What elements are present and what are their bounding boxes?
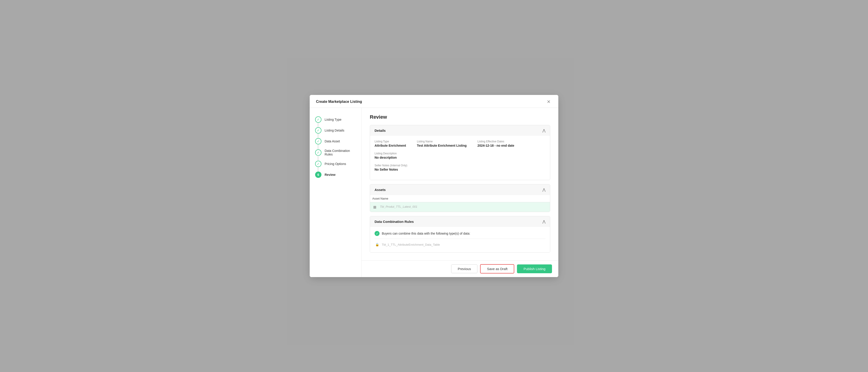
- data-combination-rules-title: Data Combination Rules: [375, 220, 414, 223]
- step-label-pricing-options: Pricing Options: [324, 162, 346, 166]
- listing-description-value: No description: [375, 156, 397, 159]
- step-icon-pricing-options: ✓: [315, 161, 321, 167]
- modal-body: ✓ Listing Type ✓ Listing Details ✓: [310, 108, 558, 277]
- lock-rule-row: 🔒 Tbl_1_TTL_AttributeEnrichment_Data_Tab…: [375, 241, 546, 248]
- chevron-up-icon-assets: ⋀: [542, 188, 546, 192]
- page-title: Review: [370, 114, 550, 120]
- combination-rule-row: ✓ Buyers can combine this data with the …: [375, 231, 546, 236]
- assets-section-body: Asset Name ▦ Tbl_Produt_TTL_Latest_001: [370, 195, 550, 212]
- details-section: Details ⋀ Listing Type Attribute Enrichm…: [370, 125, 550, 180]
- lock-icon: 🔒: [375, 242, 379, 247]
- seller-notes-value: No Seller Notes: [375, 168, 407, 171]
- step-label-data-combination-rules: Data Combination Rules: [324, 149, 356, 156]
- step-label-listing-details: Listing Details: [324, 129, 344, 132]
- sidebar-item-review[interactable]: 6 Review: [310, 169, 362, 180]
- step-label-listing-type: Listing Type: [324, 118, 341, 121]
- publish-listing-button[interactable]: Publish Listing: [517, 265, 552, 273]
- detail-row-2: Listing Description No description: [375, 152, 546, 159]
- step-label-data-asset: Data Asset: [324, 140, 340, 143]
- asset-name-cell: ▦ Tbl_Produt_TTL_Latest_001: [370, 202, 550, 212]
- listing-dates-value: 2024-12-18 - no end date: [477, 144, 514, 147]
- details-section-header[interactable]: Details ⋀: [370, 125, 550, 136]
- save-as-draft-button[interactable]: Save as Draft: [480, 264, 514, 274]
- table-icon: ▦: [372, 205, 377, 210]
- detail-row-3: Seller Notes (Internal Only) No Seller N…: [375, 164, 546, 171]
- sidebar-item-data-combination-rules[interactable]: ✓ Data Combination Rules: [310, 147, 362, 158]
- details-section-title: Details: [375, 129, 385, 132]
- detail-row-1: Listing Type Attribute Enrichment Listin…: [375, 140, 546, 147]
- listing-description-label: Listing Description: [375, 152, 397, 155]
- content-area: Review Details ⋀ Listing Type: [362, 108, 558, 260]
- data-combination-rules-section: Data Combination Rules ⋀ ✓ Buyers can co…: [370, 216, 550, 253]
- seller-notes-label: Seller Notes (Internal Only): [375, 164, 407, 167]
- details-section-body: Listing Type Attribute Enrichment Listin…: [370, 136, 550, 180]
- data-combination-rules-header[interactable]: Data Combination Rules ⋀: [370, 216, 550, 227]
- step-icon-review: 6: [315, 172, 321, 178]
- previous-button[interactable]: Previous: [451, 265, 477, 273]
- checkmark-icon: ✓: [317, 151, 320, 154]
- step-icon-data-combination-rules: ✓: [315, 149, 321, 156]
- step-icon-listing-type: ✓: [315, 116, 321, 123]
- listing-type-value: Attribute Enrichment: [375, 144, 406, 147]
- assets-section-title: Assets: [375, 188, 385, 192]
- sidebar: ✓ Listing Type ✓ Listing Details ✓: [310, 108, 362, 277]
- step-icon-data-asset: ✓: [315, 138, 321, 145]
- close-button[interactable]: ✕: [546, 99, 552, 104]
- seller-notes-field: Seller Notes (Internal Only) No Seller N…: [375, 164, 407, 171]
- checkmark-icon: ✓: [317, 162, 320, 166]
- modal-title: Create Marketplace Listing: [316, 100, 362, 104]
- sidebar-item-listing-type[interactable]: ✓ Listing Type: [310, 114, 362, 125]
- listing-dates-label: Listing Effective Dates: [477, 140, 514, 143]
- create-listing-modal: Create Marketplace Listing ✕ ✓ Listing T…: [310, 95, 558, 277]
- checkmark-symbol: ✓: [376, 232, 378, 235]
- checkmark-icon: ✓: [317, 140, 320, 143]
- listing-dates-field: Listing Effective Dates 2024-12-18 - no …: [477, 140, 514, 147]
- checkmark-icon: ✓: [317, 118, 320, 121]
- asset-table: Asset Name ▦ Tbl_Produt_TTL_Latest_001: [370, 195, 550, 212]
- data-combination-rules-body: ✓ Buyers can combine this data with the …: [370, 227, 550, 252]
- sidebar-item-listing-details[interactable]: ✓ Listing Details: [310, 125, 362, 136]
- listing-name-field: Listing Name Test Attribute Enrichment L…: [417, 140, 467, 147]
- table-row: ▦ Tbl_Produt_TTL_Latest_001: [370, 202, 550, 212]
- listing-name-label: Listing Name: [417, 140, 467, 143]
- lock-rule-text: Tbl_1_TTL_AttributeEnrichment_Data_Table: [382, 243, 440, 246]
- modal-header: Create Marketplace Listing ✕: [310, 95, 558, 108]
- listing-type-label: Listing Type: [375, 140, 406, 143]
- asset-name-column-header: Asset Name: [370, 195, 550, 202]
- listing-name-value: Test Attribute Enrichment Listing: [417, 144, 467, 147]
- listing-description-field: Listing Description No description: [375, 152, 397, 159]
- asset-name-value: Tbl_Produt_TTL_Latest_001: [380, 205, 417, 208]
- sidebar-item-pricing-options[interactable]: ✓ Pricing Options: [310, 158, 362, 169]
- modal-footer: Previous Save as Draft Publish Listing: [362, 260, 558, 277]
- rule-divider: [375, 239, 546, 239]
- assets-section: Assets ⋀ Asset Name: [370, 184, 550, 212]
- checkmark-icon: ✓: [317, 129, 320, 132]
- main-content: Review Details ⋀ Listing Type: [362, 108, 558, 277]
- rule-description: Buyers can combine this data with the fo…: [382, 231, 470, 235]
- step-icon-listing-details: ✓: [315, 127, 321, 133]
- sidebar-item-data-asset[interactable]: ✓ Data Asset: [310, 136, 362, 147]
- check-icon: ✓: [375, 231, 379, 236]
- assets-section-header[interactable]: Assets ⋀: [370, 184, 550, 195]
- step-label-review: Review: [324, 173, 336, 177]
- listing-type-field: Listing Type Attribute Enrichment: [375, 140, 406, 147]
- chevron-up-icon-rules: ⋀: [542, 219, 546, 224]
- chevron-up-icon: ⋀: [542, 128, 546, 133]
